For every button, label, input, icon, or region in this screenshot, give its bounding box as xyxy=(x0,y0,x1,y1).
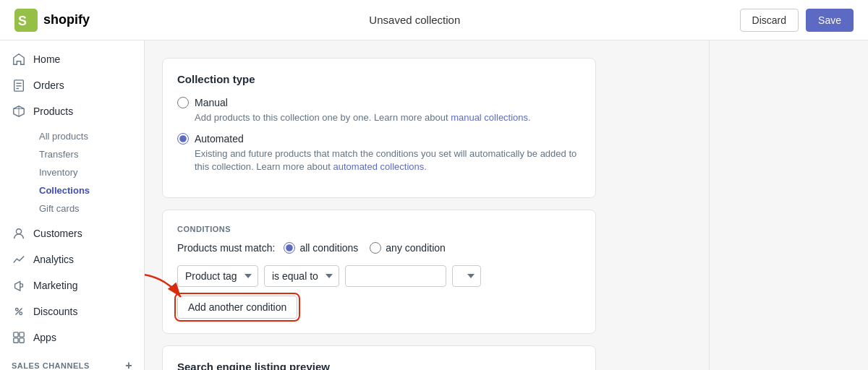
sidebar-item-collections[interactable]: Collections xyxy=(33,181,144,199)
all-conditions-radio[interactable] xyxy=(284,242,295,254)
all-conditions-option[interactable]: all conditions xyxy=(284,242,358,254)
sidebar: Home Orders Products All products Transf… xyxy=(0,40,145,370)
sidebar-item-products[interactable]: Products xyxy=(0,98,144,124)
manual-desc: Add products to this collection one by o… xyxy=(177,111,581,124)
save-button[interactable]: Save xyxy=(806,9,854,32)
condition-row: Product tag is equal to xyxy=(177,265,581,287)
discounts-icon xyxy=(12,304,26,319)
collection-type-card: Collection type Manual Add products to t… xyxy=(162,58,596,198)
condition-operator-select[interactable]: is equal to xyxy=(264,265,339,287)
sidebar-item-gift-cards[interactable]: Gift cards xyxy=(33,199,144,218)
svg-rect-16 xyxy=(20,338,24,343)
svg-line-12 xyxy=(16,309,22,315)
manual-option: Manual Add products to this collection o… xyxy=(177,97,581,124)
match-row: Products must match: all conditions any … xyxy=(177,242,581,254)
seo-card: Search engine listing preview Summer col… xyxy=(162,345,596,370)
condition-extra-select[interactable] xyxy=(452,265,481,287)
customers-icon xyxy=(12,226,26,241)
main-content: Collection type Manual Add products to t… xyxy=(145,40,709,370)
logo-text: shopify xyxy=(43,12,90,27)
shopify-logo-icon: S xyxy=(14,9,38,32)
sidebar-item-transfers[interactable]: Transfers xyxy=(33,145,144,163)
automated-desc: Existing and future products that match … xyxy=(177,147,581,173)
header-actions: Discard Save xyxy=(740,9,854,32)
sidebar-item-customers[interactable]: Customers xyxy=(0,220,144,246)
conditions-title: CONDITIONS xyxy=(177,225,581,233)
products-icon xyxy=(12,104,26,119)
any-condition-radio[interactable] xyxy=(370,242,381,254)
sidebar-item-marketing[interactable]: Marketing xyxy=(0,272,144,298)
header: S shopify Unsaved collection Discard Sav… xyxy=(0,0,868,40)
sales-channels-label: SALES CHANNELS + xyxy=(0,350,144,370)
discounts-label: Discounts xyxy=(33,306,77,317)
sidebar-item-analytics[interactable]: Analytics xyxy=(0,246,144,272)
condition-value-input[interactable] xyxy=(345,265,446,287)
sidebar-item-home[interactable]: Home xyxy=(0,46,144,72)
layout: Home Orders Products All products Transf… xyxy=(0,40,868,370)
logo: S shopify xyxy=(14,9,90,32)
page-title: Unsaved collection xyxy=(369,14,460,26)
svg-rect-13 xyxy=(14,332,18,337)
condition-field-select[interactable]: Product tag xyxy=(177,265,258,287)
manual-label[interactable]: Manual xyxy=(195,97,228,108)
marketing-label: Marketing xyxy=(33,280,77,291)
match-label: Products must match: xyxy=(177,242,275,254)
analytics-icon xyxy=(12,252,26,267)
svg-rect-14 xyxy=(20,332,24,337)
sidebar-item-orders[interactable]: Orders xyxy=(0,72,144,98)
svg-point-10 xyxy=(16,309,19,311)
apps-icon xyxy=(12,330,26,345)
discard-button[interactable]: Discard xyxy=(740,9,799,32)
svg-point-11 xyxy=(20,312,22,315)
home-icon xyxy=(12,52,26,66)
content-column: Collection type Manual Add products to t… xyxy=(162,58,596,370)
svg-point-9 xyxy=(16,229,21,234)
marketing-icon xyxy=(12,278,26,293)
automated-radio[interactable] xyxy=(177,133,189,145)
sidebar-item-discounts[interactable]: Discounts xyxy=(0,298,144,324)
add-sales-channel-icon[interactable]: + xyxy=(125,359,132,370)
sidebar-item-apps[interactable]: Apps xyxy=(0,324,144,350)
conditions-card: CONDITIONS Products must match: all cond… xyxy=(162,210,596,334)
add-condition-button[interactable]: Add another condition xyxy=(177,296,297,319)
automated-collections-link[interactable]: automated collections. xyxy=(333,161,427,172)
sidebar-item-all-products[interactable]: All products xyxy=(33,127,144,145)
seo-title: Search engine listing preview xyxy=(177,361,581,370)
svg-rect-15 xyxy=(14,338,18,343)
annotation-area: Add another condition xyxy=(177,296,297,319)
manual-radio[interactable] xyxy=(177,97,189,108)
any-condition-option[interactable]: any condition xyxy=(370,242,446,254)
products-submenu: All products Transfers Inventory Collect… xyxy=(0,124,144,220)
match-options: all conditions any condition xyxy=(284,242,445,254)
manual-collections-link[interactable]: manual collections. xyxy=(451,112,531,123)
automated-option: Automated Existing and future products t… xyxy=(177,133,581,173)
collection-type-title: Collection type xyxy=(177,73,581,85)
svg-text:S: S xyxy=(18,14,27,28)
orders-icon xyxy=(12,78,26,92)
right-panel xyxy=(709,40,868,370)
automated-label[interactable]: Automated xyxy=(195,133,244,145)
sidebar-item-inventory[interactable]: Inventory xyxy=(33,163,144,181)
